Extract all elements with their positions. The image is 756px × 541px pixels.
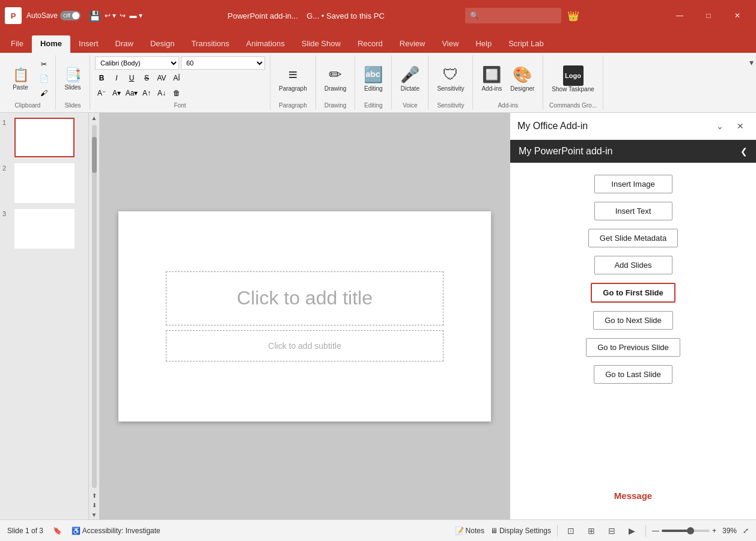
- slide-thumb-2[interactable]: 2: [2, 163, 86, 203]
- search-box[interactable]: 🔍: [465, 8, 561, 23]
- reading-view-button[interactable]: ⊟: [605, 524, 619, 538]
- normal-view-button[interactable]: ⊡: [564, 524, 578, 538]
- tab-view[interactable]: View: [433, 35, 467, 53]
- paragraph-label: Paragraph: [279, 85, 307, 92]
- dictate-button[interactable]: 🎤 Dictate: [397, 64, 423, 93]
- fontcase-button[interactable]: Aa▾: [125, 86, 138, 100]
- go-to-next-slide-button[interactable]: Go to Next Slide: [593, 311, 673, 330]
- slide-img-3[interactable]: [14, 209, 75, 249]
- slides-label: Slides: [64, 84, 81, 91]
- zoom-handle[interactable]: [687, 527, 694, 534]
- autosave-toggle[interactable]: Off: [60, 11, 81, 20]
- slideshow-button[interactable]: ▶: [625, 524, 639, 538]
- underline-button[interactable]: U: [125, 71, 138, 85]
- accessibility-info[interactable]: ♿ Accessibility: Investigate: [72, 527, 160, 535]
- slide-canvas[interactable]: Click to add title Click to add subtitle: [118, 211, 491, 422]
- zoom-track[interactable]: [662, 530, 710, 532]
- undo-btn[interactable]: ↩ ▾: [105, 11, 116, 20]
- slide-subtitle-placeholder[interactable]: Click to add subtitle: [166, 330, 444, 361]
- tab-review[interactable]: Review: [391, 35, 434, 53]
- designer-button[interactable]: 🎨 Designer: [507, 64, 538, 93]
- editing-label: Editing: [364, 85, 383, 92]
- paste-button[interactable]: 📋 Paste: [5, 66, 36, 92]
- scroll-up-arrow[interactable]: ▲: [90, 113, 99, 122]
- insert-text-button[interactable]: Insert Text: [594, 202, 672, 220]
- char-spacing-button[interactable]: AÏ: [170, 71, 183, 85]
- maximize-button[interactable]: □: [695, 6, 722, 25]
- decrease-font-button[interactable]: A↓: [155, 86, 168, 100]
- tab-draw[interactable]: Draw: [107, 35, 142, 53]
- slide-img-2[interactable]: [14, 163, 75, 203]
- tab-home[interactable]: Home: [32, 35, 70, 53]
- tab-file[interactable]: File: [2, 35, 32, 53]
- autosave-control[interactable]: AutoSave Off: [26, 11, 81, 20]
- scroll-page-down[interactable]: ⬇: [90, 500, 99, 510]
- scroll-track[interactable]: [92, 125, 97, 488]
- bookmark-icon[interactable]: 🔖: [53, 527, 62, 535]
- new-slide-button[interactable]: 📑 Slides: [61, 66, 85, 92]
- taskpane-expand-button[interactable]: ⌄: [712, 118, 728, 134]
- tab-scriptlab[interactable]: Script Lab: [500, 35, 552, 53]
- zoom-in-icon[interactable]: +: [712, 527, 716, 535]
- editing-button[interactable]: 🔤 Editing: [360, 64, 386, 93]
- drawing-button[interactable]: ✏ Drawing: [321, 64, 350, 93]
- format-painter-button[interactable]: 🖌: [37, 86, 50, 100]
- tab-slideshow[interactable]: Slide Show: [293, 35, 349, 53]
- go-to-previous-slide-button[interactable]: Go to Previous Slide: [586, 338, 680, 357]
- show-taskpane-button[interactable]: Logo Show Taskpane: [548, 64, 597, 94]
- addins-button[interactable]: 🔲 Add-ins: [478, 64, 505, 93]
- font-size-select[interactable]: 60: [181, 56, 265, 70]
- zoom-out-icon[interactable]: —: [652, 527, 659, 535]
- highlight-button[interactable]: A⁻: [95, 86, 108, 100]
- close-button[interactable]: ✕: [724, 6, 751, 25]
- paragraph-icon: ≡: [288, 65, 297, 84]
- slide-thumb-1[interactable]: 1: [2, 118, 86, 157]
- copy-button[interactable]: 📄: [37, 72, 50, 85]
- quick-access-btn[interactable]: ▬ ▾: [129, 11, 142, 20]
- taskpane-collapse-button[interactable]: ❮: [740, 147, 748, 156]
- display-settings-button[interactable]: 🖥 Display Settings: [490, 527, 551, 535]
- slide-title-placeholder[interactable]: Click to add title: [166, 271, 444, 325]
- sensitivity-button[interactable]: 🛡 Sensitivity: [433, 64, 468, 93]
- spacing-button[interactable]: AV: [155, 71, 168, 85]
- tab-animations[interactable]: Animations: [238, 35, 293, 53]
- slide-img-1[interactable]: [14, 118, 75, 157]
- strikethrough-button[interactable]: S: [140, 71, 153, 85]
- font-controls: Calibri (Body) 60 B I U S AV AÏ A⁻ A▾ Aa…: [95, 56, 265, 100]
- scroll-thumb[interactable]: [92, 137, 97, 173]
- slide-num-1: 1: [2, 118, 12, 126]
- scroll-down-arrow[interactable]: ▼: [90, 510, 99, 519]
- font-name-select[interactable]: Calibri (Body): [95, 56, 179, 70]
- tab-design[interactable]: Design: [142, 35, 183, 53]
- add-slides-button[interactable]: Add Slides: [594, 256, 672, 274]
- paragraph-button[interactable]: ≡ Paragraph: [275, 64, 311, 93]
- italic-button[interactable]: I: [110, 71, 123, 85]
- notes-button[interactable]: 📝 Notes: [455, 527, 484, 535]
- zoom-level[interactable]: 39%: [722, 527, 737, 535]
- scroll-page-up[interactable]: ⬆: [90, 491, 99, 500]
- increase-font-button[interactable]: A↑: [140, 86, 153, 100]
- tab-help[interactable]: Help: [467, 35, 500, 53]
- font-color-button[interactable]: A▾: [110, 86, 123, 100]
- fit-to-screen-button[interactable]: ⤢: [743, 527, 749, 535]
- cut-button[interactable]: ✂: [37, 58, 50, 71]
- slide-thumb-3[interactable]: 3: [2, 209, 86, 249]
- tab-record[interactable]: Record: [349, 35, 391, 53]
- slide-sorter-button[interactable]: ⊞: [584, 524, 599, 538]
- ribbon-expand[interactable]: ▾: [747, 55, 756, 110]
- clear-format-button[interactable]: 🗑: [170, 86, 183, 100]
- tab-transitions[interactable]: Transitions: [183, 35, 237, 53]
- go-to-last-slide-button[interactable]: Go to Last Slide: [594, 365, 672, 384]
- bold-button[interactable]: B: [95, 71, 108, 85]
- redo-btn[interactable]: ↪: [120, 11, 126, 20]
- save-icon[interactable]: 💾: [89, 10, 101, 22]
- tab-insert[interactable]: Insert: [70, 35, 107, 53]
- minimize-button[interactable]: —: [666, 6, 694, 25]
- go-to-first-slide-button[interactable]: Go to First Slide: [591, 283, 675, 303]
- get-slide-metadata-button[interactable]: Get Slide Metadata: [588, 229, 678, 247]
- insert-image-button[interactable]: Insert Image: [594, 175, 672, 193]
- taskpane-close-button[interactable]: ✕: [732, 118, 749, 134]
- slide-info: Slide 1 of 3: [7, 527, 43, 535]
- zoom-slider[interactable]: — +: [652, 527, 716, 535]
- font-group-label: Font: [174, 101, 186, 109]
